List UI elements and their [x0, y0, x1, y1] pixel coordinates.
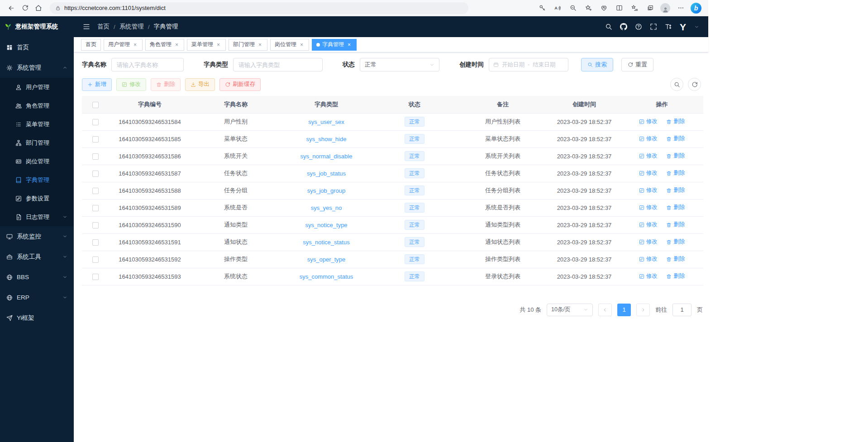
row-delete-button[interactable]: 删除: [666, 238, 685, 246]
row-delete-button[interactable]: 删除: [666, 152, 685, 160]
sidebar-item-dict[interactable]: 字典管理: [0, 171, 74, 189]
close-icon[interactable]: ×: [174, 42, 180, 48]
status-select[interactable]: 正常: [360, 58, 439, 71]
tab-users[interactable]: 用户管理×: [104, 39, 143, 51]
goto-page-input[interactable]: [672, 304, 692, 316]
split-screen-icon[interactable]: [611, 2, 627, 14]
row-checkbox[interactable]: [92, 239, 99, 246]
help-icon[interactable]: [635, 23, 642, 30]
collections-icon[interactable]: [642, 2, 658, 14]
row-edit-button[interactable]: 修改: [639, 221, 658, 228]
row-checkbox[interactable]: [92, 153, 99, 160]
font-size-icon[interactable]: [665, 23, 672, 30]
next-page-button[interactable]: [636, 304, 650, 316]
sidebar-item-home[interactable]: 首页: [0, 37, 74, 57]
row-delete-button[interactable]: 删除: [666, 186, 685, 194]
row-edit-button[interactable]: 修改: [639, 204, 658, 211]
close-icon[interactable]: ×: [215, 42, 221, 48]
sidebar-item-params[interactable]: 参数设置: [0, 189, 74, 208]
fullscreen-icon[interactable]: [650, 23, 657, 30]
sidebar-item-system[interactable]: 系统管理: [0, 57, 74, 78]
browser-back-button[interactable]: [5, 2, 18, 14]
profile-avatar[interactable]: [658, 2, 673, 14]
sidebar-item-posts[interactable]: 岗位管理: [0, 152, 74, 171]
close-icon[interactable]: ×: [132, 42, 138, 48]
tab-menus[interactable]: 菜单管理×: [187, 39, 226, 51]
url-input[interactable]: [64, 5, 463, 11]
sidebar-item-tools[interactable]: 系统工具: [0, 247, 74, 267]
browser-home-button[interactable]: [32, 2, 45, 14]
sidebar-item-menus[interactable]: 菜单管理: [0, 115, 74, 133]
favorites-bar-icon[interactable]: [627, 2, 642, 14]
sidebar-item-erp[interactable]: ERP: [0, 287, 74, 308]
row-delete-button[interactable]: 删除: [666, 169, 685, 177]
add-favorite-icon[interactable]: [581, 2, 596, 14]
row-delete-button[interactable]: 删除: [666, 204, 685, 211]
collapse-sidebar-icon[interactable]: [83, 23, 90, 30]
sidebar-item-monitor[interactable]: 系统监控: [0, 226, 74, 247]
refresh-cache-button[interactable]: 刷新缓存: [219, 78, 261, 91]
edit-button[interactable]: 修改: [116, 78, 146, 91]
dict-type-link[interactable]: sys_job_group: [307, 187, 346, 194]
dict-type-link[interactable]: sys_common_status: [300, 273, 353, 280]
row-delete-button[interactable]: 删除: [666, 221, 685, 228]
row-checkbox[interactable]: [92, 188, 99, 194]
tab-roles[interactable]: 角色管理×: [145, 39, 184, 51]
toggle-search-button[interactable]: [670, 78, 683, 91]
row-checkbox[interactable]: [92, 257, 99, 263]
sidebar-item-departments[interactable]: 部门管理: [0, 133, 74, 152]
browser-essentials-icon[interactable]: [596, 2, 611, 14]
dict-type-link[interactable]: sys_show_hide: [306, 136, 347, 143]
dict-type-input[interactable]: [233, 58, 323, 71]
dict-type-link[interactable]: sys_oper_type: [307, 256, 346, 263]
date-range-picker[interactable]: 开始日期 - 结束日期: [489, 58, 568, 71]
bing-sidebar-icon[interactable]: b: [688, 2, 704, 14]
dict-type-link[interactable]: sys_job_status: [307, 170, 346, 177]
address-bar[interactable]: [50, 2, 468, 14]
row-delete-button[interactable]: 删除: [666, 272, 685, 280]
row-checkbox[interactable]: [92, 274, 99, 280]
row-checkbox[interactable]: [92, 171, 99, 177]
row-edit-button[interactable]: 修改: [639, 255, 658, 263]
dict-name-input[interactable]: [111, 58, 184, 71]
page-size-select[interactable]: 10条/页: [547, 304, 593, 316]
avatar-chevron-down-icon[interactable]: [694, 24, 699, 29]
prev-page-button[interactable]: [598, 304, 612, 316]
sidebar-item-bbs[interactable]: BBS: [0, 267, 74, 287]
row-delete-button[interactable]: 删除: [666, 135, 685, 143]
tab-home[interactable]: 首页: [81, 39, 101, 51]
row-checkbox[interactable]: [92, 205, 99, 211]
add-button[interactable]: 新增: [82, 78, 112, 91]
breadcrumb-system[interactable]: 系统管理: [119, 23, 144, 31]
read-aloud-icon[interactable]: [550, 2, 565, 14]
dict-type-link[interactable]: sys_normal_disable: [300, 153, 353, 160]
row-edit-button[interactable]: 修改: [639, 186, 658, 194]
tab-departments[interactable]: 部门管理×: [229, 39, 267, 51]
row-edit-button[interactable]: 修改: [639, 135, 658, 143]
browser-menu-icon[interactable]: [673, 2, 688, 14]
select-all-checkbox[interactable]: [92, 102, 99, 108]
export-button[interactable]: 导出: [185, 78, 215, 91]
row-delete-button[interactable]: 删除: [666, 118, 685, 125]
row-checkbox[interactable]: [92, 222, 99, 228]
dict-type-link[interactable]: sys_notice_status: [303, 239, 349, 246]
zoom-icon[interactable]: [565, 2, 581, 14]
dict-type-link[interactable]: sys_notice_type: [305, 222, 347, 228]
sidebar-item-logs[interactable]: 日志管理: [0, 208, 74, 226]
row-checkbox[interactable]: [92, 136, 99, 143]
row-edit-button[interactable]: 修改: [639, 169, 658, 177]
row-edit-button[interactable]: 修改: [639, 152, 658, 160]
sidebar-item-roles[interactable]: 角色管理: [0, 96, 74, 115]
row-edit-button[interactable]: 修改: [639, 118, 658, 125]
page-number-1[interactable]: 1: [617, 304, 631, 316]
sidebar-item-framework[interactable]: Yi框架: [0, 308, 74, 328]
site-security-icon[interactable]: [55, 5, 61, 11]
header-search-icon[interactable]: [605, 23, 612, 30]
reset-button[interactable]: 重置: [621, 58, 653, 71]
tab-posts[interactable]: 岗位管理×: [270, 39, 309, 51]
dict-type-link[interactable]: sys_user_sex: [308, 119, 344, 125]
breadcrumb-home[interactable]: 首页: [97, 23, 110, 31]
dict-type-link[interactable]: sys_yes_no: [311, 204, 342, 211]
tab-dict[interactable]: 字典管理×: [312, 39, 357, 51]
close-icon[interactable]: ×: [299, 42, 305, 48]
